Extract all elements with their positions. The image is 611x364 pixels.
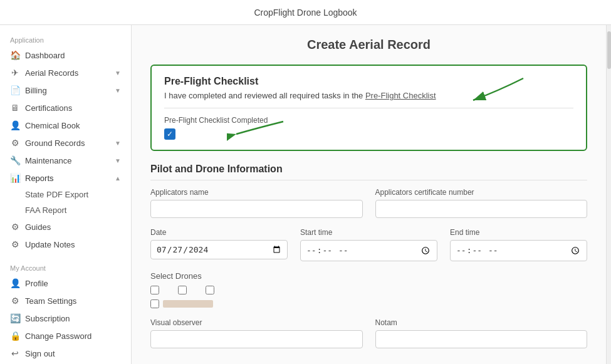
date-input[interactable]: [150, 240, 288, 259]
sidebar-item-label: Profile: [25, 279, 48, 288]
date-time-row: Date Start time End time: [150, 228, 587, 261]
checklist-title: Pre-Flight Checklist: [164, 76, 573, 87]
date-label: Date: [150, 228, 288, 237]
sidebar-item-label: Reports: [25, 174, 54, 183]
drone-checkbox-4[interactable]: [150, 299, 159, 308]
end-time-label: End time: [450, 228, 587, 237]
chemical-icon: 👤: [10, 120, 20, 130]
sidebar-item-dashboard[interactable]: 🏠 Dashboard: [0, 46, 131, 64]
visual-observer-group: Visual observer: [150, 318, 363, 348]
visual-observer-label: Visual observer: [150, 318, 363, 327]
scrollbar-track: [606, 25, 611, 364]
maintenance-icon: 🔧: [10, 155, 20, 165]
reports-icon: 📊: [10, 173, 20, 183]
lock-icon: 🔒: [10, 331, 20, 341]
chevron-up-icon: ▲: [115, 175, 121, 182]
sidebar-item-sign-out[interactable]: ↩ Sign out: [0, 345, 131, 362]
notam-input[interactable]: [375, 330, 588, 348]
start-time-group: Start time: [300, 228, 437, 261]
chevron-down-icon: ▼: [115, 157, 121, 164]
scrollbar-thumb[interactable]: [607, 31, 611, 69]
sidebar-item-label: Maintenance: [25, 156, 71, 165]
drone-item-1: [150, 286, 159, 294]
pilot-section-title: Pilot and Drone Information: [150, 164, 587, 180]
drone-checkbox-1[interactable]: [150, 286, 159, 294]
checklist-checkbox-container: ✓: [164, 128, 573, 140]
sidebar-section-application: Application: [0, 31, 131, 46]
airplane-icon: ✈: [10, 68, 20, 78]
subscription-icon: 🔄: [10, 313, 20, 323]
notam-group: Notam: [375, 318, 588, 348]
start-time-label: Start time: [300, 228, 437, 237]
chevron-down-icon: ▼: [115, 87, 121, 94]
checklist-description: I have completed and reviewed all requir…: [164, 91, 573, 100]
drone-item-3: [206, 286, 214, 294]
drone-checkbox-3[interactable]: [206, 286, 214, 294]
sidebar-item-label: Chemical Book: [25, 121, 80, 130]
applicator-row: Applicators name Applicators certificate…: [150, 188, 587, 218]
sidebar-item-maintenance[interactable]: 🔧 Maintenance ▼: [0, 152, 131, 169]
sidebar-item-change-password[interactable]: 🔒 Change Password: [0, 327, 131, 345]
sidebar-item-guides[interactable]: ⚙ Guides: [0, 218, 131, 236]
profile-icon: 👤: [10, 278, 20, 288]
cert-number-input[interactable]: [375, 200, 588, 218]
sidebar-item-certifications[interactable]: 🖥 Certifications: [0, 99, 131, 117]
start-time-input[interactable]: [300, 240, 437, 261]
drones-row-1: [150, 286, 587, 294]
cert-number-group: Applicators certificate number: [375, 188, 588, 218]
applicator-name-label: Applicators name: [150, 188, 363, 197]
visual-observer-input[interactable]: [150, 330, 363, 348]
applicator-name-input[interactable]: [150, 200, 363, 218]
chevron-down-icon: ▼: [115, 140, 121, 147]
sidebar-subitem-label: FAA Report: [25, 205, 66, 215]
checkmark-icon: ✓: [167, 130, 173, 138]
drone-checkbox-2[interactable]: [178, 286, 187, 294]
billing-icon: 📄: [10, 85, 20, 95]
ground-icon: ⚙: [10, 138, 20, 148]
sidebar-item-label: Ground Records: [25, 138, 85, 148]
sidebar-item-billing[interactable]: 📄 Billing ▼: [0, 81, 131, 99]
checklist-divider: [164, 108, 573, 108]
sidebar-item-label: Subscription: [25, 314, 70, 323]
update-icon: ⚙: [10, 239, 20, 249]
observer-notam-row: Visual observer Notam: [150, 318, 587, 348]
drone-item-4: [150, 299, 213, 308]
main-content: Create Aerial Record Pre-Flight Checklis…: [132, 25, 606, 364]
preflight-checkbox[interactable]: ✓: [164, 128, 175, 140]
sidebar-item-label: Team Settings: [25, 296, 76, 306]
drone-label-placeholder: [163, 300, 213, 308]
sidebar-item-team-settings[interactable]: ⚙ Team Settings: [0, 292, 131, 309]
sidebar-item-chemical-book[interactable]: 👤 Chemical Book: [0, 117, 131, 134]
sidebar-item-label: Billing: [25, 86, 47, 95]
sidebar-item-update-notes[interactable]: ⚙ Update Notes: [0, 236, 131, 253]
guides-icon: ⚙: [10, 222, 20, 232]
sidebar-section-my-account: My Account: [0, 259, 131, 274]
sidebar-item-ground-records[interactable]: ⚙ Ground Records ▼: [0, 134, 131, 152]
signout-icon: ↩: [10, 348, 20, 358]
sidebar-item-label: Guides: [25, 222, 51, 232]
sidebar-item-subscription[interactable]: 🔄 Subscription: [0, 309, 131, 327]
cert-number-label: Applicators certificate number: [375, 188, 588, 197]
checklist-link[interactable]: Pre-Flight Checklist: [365, 91, 436, 100]
settings-icon: ⚙: [10, 296, 20, 306]
sidebar-item-label: Change Password: [25, 331, 91, 341]
sidebar-subitem-state-pdf[interactable]: State PDF Export: [0, 187, 131, 202]
sidebar-subitem-label: State PDF Export: [25, 190, 88, 199]
sidebar-item-aerial-records[interactable]: ✈ Aerial Records ▼: [0, 64, 131, 81]
sidebar-item-label: Certifications: [25, 103, 72, 113]
pilot-drone-section: Pilot and Drone Information Applicators …: [150, 164, 587, 348]
top-bar: CropFlight Drone Logbook: [0, 0, 611, 25]
checklist-completed-label: Pre-Flight Checklist Completed: [164, 116, 573, 125]
sidebar-item-reports[interactable]: 📊 Reports ▲: [0, 169, 131, 187]
sidebar-item-label: Aerial Records: [25, 68, 78, 78]
page-title: Create Aerial Record: [150, 38, 587, 52]
drones-row-2: [150, 299, 587, 308]
sidebar-subitem-faa-report[interactable]: FAA Report: [0, 202, 131, 218]
sidebar-item-label: Sign out: [25, 349, 55, 358]
sidebar-item-profile[interactable]: 👤 Profile: [0, 274, 131, 292]
applicator-name-group: Applicators name: [150, 188, 363, 218]
end-time-input[interactable]: [450, 240, 587, 261]
app-title: CropFlight Drone Logbook: [254, 8, 357, 18]
checklist-card: Pre-Flight Checklist I have completed an…: [150, 65, 587, 151]
drone-item-2: [178, 286, 187, 294]
